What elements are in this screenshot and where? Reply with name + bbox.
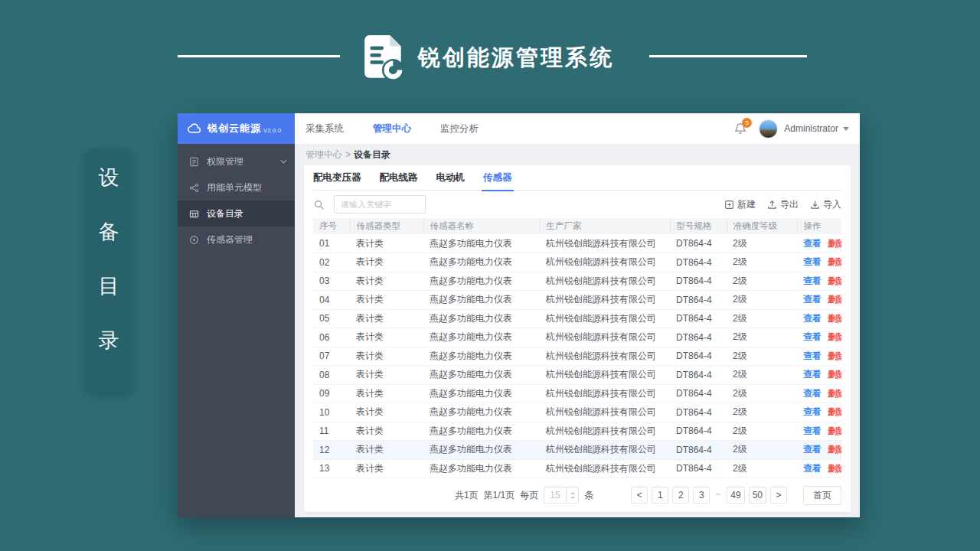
- delete-link[interactable]: 删除: [828, 369, 841, 380]
- view-link[interactable]: 查看: [803, 238, 822, 249]
- view-link[interactable]: 查看: [803, 331, 822, 342]
- delete-link[interactable]: 删除: [828, 294, 841, 305]
- page-button-49[interactable]: 49: [727, 487, 744, 504]
- sidebar-item-energy-unit-model[interactable]: 用能单元模型: [178, 174, 295, 201]
- cell-actions: 查看删除: [797, 403, 841, 422]
- breadcrumb: 管理中心 > 设备目录: [295, 144, 860, 165]
- import-button[interactable]: 导入: [810, 198, 841, 211]
- nav-item-collection-system[interactable]: 采集系统: [305, 122, 344, 135]
- cell-no: 12: [313, 441, 350, 460]
- create-button[interactable]: 新建: [724, 198, 756, 211]
- cell-name: 燕赵多功能电力仪表: [423, 422, 540, 441]
- cell-name: 燕赵多功能电力仪表: [423, 309, 540, 328]
- cell-model: DT864-4: [670, 272, 727, 291]
- page-button-50[interactable]: 50: [749, 487, 766, 504]
- cloud-icon: [188, 123, 202, 134]
- sidebar-menu: 权限管理用能单元模型设备目录传感器管理: [178, 144, 295, 517]
- breadcrumb-current: 设备目录: [354, 148, 390, 161]
- view-link[interactable]: 查看: [803, 294, 822, 305]
- nav-item-monitor-analysis[interactable]: 监控分析: [440, 122, 479, 135]
- cell-type: 表计类: [350, 234, 423, 253]
- delete-link[interactable]: 删除: [828, 313, 841, 324]
- cell-accuracy: 2级: [727, 422, 797, 441]
- cell-model: DT864-4: [670, 422, 727, 441]
- cell-model: DT864-4: [670, 384, 727, 403]
- delete-link[interactable]: 删除: [828, 350, 841, 361]
- cell-type: 表计类: [350, 328, 423, 347]
- delete-link[interactable]: 删除: [828, 463, 841, 474]
- cell-accuracy: 2级: [727, 441, 797, 460]
- table-header-row: 序号传感器类型传感器名称生产厂家型号规格准确度等级操作: [313, 218, 841, 234]
- tab-sensor[interactable]: 传感器: [483, 165, 512, 191]
- page-button-2[interactable]: 2: [672, 487, 689, 504]
- delete-link[interactable]: 删除: [828, 388, 841, 399]
- search-input[interactable]: [334, 195, 426, 214]
- per-page-input[interactable]: 15: [544, 487, 579, 504]
- per-page-value: 15: [544, 490, 566, 500]
- cell-manufacturer: 杭州锐创能源科技有限公司: [540, 366, 670, 385]
- cell-name: 燕赵多功能电力仪表: [423, 234, 540, 253]
- view-link[interactable]: 查看: [803, 425, 822, 436]
- cell-model: DT864-4: [670, 459, 727, 478]
- page-button-3[interactable]: 3: [693, 487, 710, 504]
- pagination: 共1页 第1/1页 每页 15 条 <123~4950> 首页: [313, 478, 841, 512]
- prev-page-button[interactable]: <: [631, 487, 648, 504]
- delete-link[interactable]: 删除: [828, 444, 841, 455]
- tab-transformer[interactable]: 配电变压器: [313, 165, 361, 191]
- breadcrumb-parent[interactable]: 管理中心: [305, 148, 342, 161]
- table-row: 03表计类燕赵多功能电力仪表杭州锐创能源科技有限公司DT864-42级查看删除: [313, 272, 841, 291]
- cell-manufacturer: 杭州锐创能源科技有限公司: [540, 384, 670, 403]
- cell-manufacturer: 杭州锐创能源科技有限公司: [540, 403, 670, 422]
- spinner-icon[interactable]: [566, 487, 578, 504]
- cell-model: DT864-4: [670, 441, 727, 460]
- brand-document-icon: [361, 34, 406, 83]
- table-body: 01表计类燕赵多功能电力仪表杭州锐创能源科技有限公司DT864-42级查看删除0…: [313, 234, 841, 478]
- tab-motor[interactable]: 电动机: [436, 165, 466, 191]
- user-name[interactable]: Administrator: [784, 123, 838, 134]
- delete-link[interactable]: 删除: [828, 406, 841, 417]
- view-link[interactable]: 查看: [803, 406, 822, 417]
- delete-link[interactable]: 删除: [828, 256, 841, 267]
- side-label-char-1: 备: [99, 222, 119, 243]
- toolbar: 新建导出导入: [313, 191, 841, 218]
- first-page-button[interactable]: 首页: [803, 486, 841, 505]
- view-link[interactable]: 查看: [803, 313, 822, 324]
- nav-right: 5 Administrator: [734, 119, 849, 139]
- create-button-label: 新建: [737, 198, 756, 211]
- cell-accuracy: 2级: [727, 234, 797, 253]
- view-link[interactable]: 查看: [803, 369, 822, 380]
- cell-accuracy: 2级: [727, 291, 797, 310]
- sidebar-item-permission-management[interactable]: 权限管理: [178, 148, 295, 174]
- delete-link[interactable]: 删除: [828, 276, 841, 286]
- view-link[interactable]: 查看: [803, 388, 822, 399]
- sidebar-item-sensor-management[interactable]: 传感器管理: [178, 227, 295, 253]
- export-button[interactable]: 导出: [767, 198, 799, 211]
- delete-link[interactable]: 删除: [828, 331, 841, 342]
- cell-name: 燕赵多功能电力仪表: [423, 403, 540, 422]
- chevron-down-icon[interactable]: [843, 127, 849, 131]
- notification-bell-icon[interactable]: 5: [734, 122, 746, 135]
- table-row: 12表计类燕赵多功能电力仪表杭州锐创能源科技有限公司DT864-42级查看删除: [313, 441, 841, 460]
- view-link[interactable]: 查看: [803, 350, 822, 361]
- export-icon: [767, 200, 777, 210]
- nav-item-management-center[interactable]: 管理中心: [373, 122, 411, 135]
- table-row: 02表计类燕赵多功能电力仪表杭州锐创能源科技有限公司DT864-42级查看删除: [313, 253, 841, 272]
- tab-bar: 配电变压器配电线路电动机传感器: [313, 165, 841, 191]
- view-link[interactable]: 查看: [803, 256, 822, 267]
- delete-link[interactable]: 删除: [828, 238, 841, 249]
- cell-actions: 查看删除: [797, 253, 841, 272]
- avatar[interactable]: [759, 119, 778, 139]
- cell-actions: 查看删除: [797, 384, 841, 403]
- view-link[interactable]: 查看: [803, 444, 822, 455]
- pager-unit-label: 条: [584, 489, 593, 502]
- next-page-button[interactable]: >: [770, 487, 787, 504]
- page-title: 锐创能源管理系统: [418, 43, 614, 73]
- view-link[interactable]: 查看: [803, 276, 822, 286]
- cell-accuracy: 2级: [727, 403, 797, 422]
- sidebar-item-label: 用能单元模型: [207, 181, 262, 194]
- delete-link[interactable]: 删除: [828, 425, 841, 436]
- sidebar-item-device-catalog[interactable]: 设备目录: [178, 201, 295, 227]
- page-button-1[interactable]: 1: [652, 487, 668, 504]
- tab-power-line[interactable]: 配电线路: [380, 165, 418, 191]
- view-link[interactable]: 查看: [803, 463, 822, 474]
